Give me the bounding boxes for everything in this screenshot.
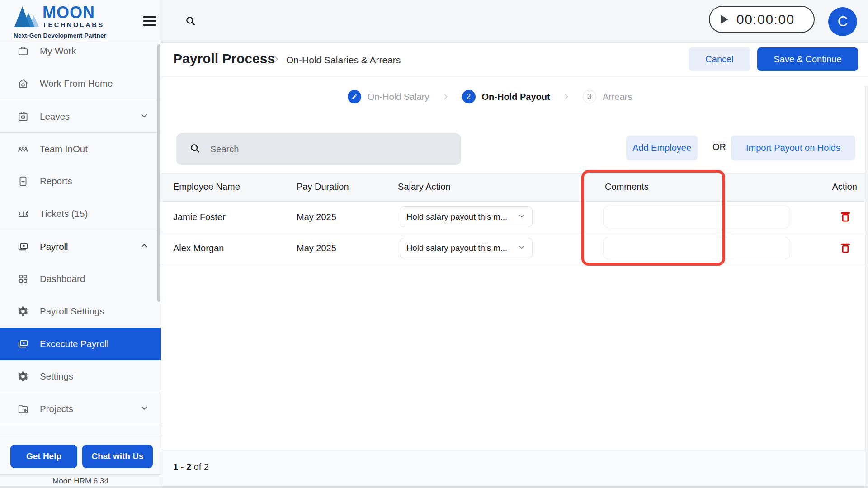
sidebar-item-label: Reports bbox=[40, 176, 72, 187]
sidebar-item-label: Payroll Settings bbox=[40, 306, 104, 317]
column-header-pay-duration: Pay Duration bbox=[297, 182, 349, 192]
sidebar-item-my-work[interactable]: My Work bbox=[0, 43, 161, 67]
sidebar-footer: Get Help Chat with Us Moon HRM 6.34 bbox=[0, 437, 161, 488]
step-label: On-Hold Salary bbox=[368, 92, 429, 102]
table-row: Jamie Foster May 2025 Hold salary payout… bbox=[161, 202, 868, 232]
page-scrollbar[interactable] bbox=[865, 86, 868, 488]
step-number: 2 bbox=[462, 90, 476, 103]
table-row: Alex Morgan May 2025 Hold salary payout … bbox=[161, 232, 868, 264]
step-arrears[interactable]: 3 Arrears bbox=[583, 90, 632, 103]
salary-action-value: Hold salary payout this m... bbox=[406, 212, 518, 222]
people-icon bbox=[17, 143, 29, 155]
chevron-right-icon bbox=[441, 92, 450, 101]
search-icon[interactable] bbox=[184, 15, 197, 29]
breadcrumb: On-Hold Salaries & Arrears bbox=[286, 55, 401, 66]
comment-input[interactable] bbox=[603, 237, 790, 259]
sidebar-item-label: Settings bbox=[40, 371, 73, 382]
calendar-icon bbox=[17, 111, 29, 122]
step-label: Arrears bbox=[603, 92, 632, 102]
chevron-down-icon bbox=[518, 243, 526, 253]
pagination-range-suffix: of 2 bbox=[191, 462, 209, 472]
pay-duration-cell: May 2025 bbox=[297, 211, 336, 222]
ticket-icon bbox=[17, 208, 29, 220]
avatar-initial: C bbox=[838, 14, 848, 30]
hamburger-menu-icon[interactable] bbox=[143, 16, 156, 27]
step-number: 3 bbox=[583, 90, 596, 103]
play-icon[interactable] bbox=[721, 15, 728, 24]
step-on-hold-salary[interactable]: On-Hold Salary bbox=[348, 90, 429, 103]
pay-duration-cell: May 2025 bbox=[297, 243, 336, 253]
sidebar-item-work-from-home[interactable]: Work From Home bbox=[0, 67, 161, 100]
sidebar-item-label: Excecute Payroll bbox=[40, 338, 109, 349]
chat-with-us-button[interactable]: Chat with Us bbox=[82, 445, 153, 468]
gear-icon bbox=[17, 305, 29, 317]
page-header: Payroll Process On-Hold Salaries & Arrea… bbox=[161, 43, 868, 77]
sidebar-item-payroll[interactable]: Payroll bbox=[0, 230, 161, 263]
sidebar-item-label: Leaves bbox=[40, 111, 70, 122]
employee-name-cell: Jamie Foster bbox=[173, 211, 226, 222]
chevron-down-icon bbox=[518, 212, 526, 222]
sidebar-nav: My Work Work From Home Leaves bbox=[0, 43, 161, 427]
step-label: On-Hold Payout bbox=[482, 92, 550, 102]
salary-action-select[interactable]: Hold salary payout this m... bbox=[400, 238, 533, 258]
delete-row-button[interactable] bbox=[839, 210, 852, 224]
folder-gear-icon bbox=[17, 403, 29, 415]
column-header-comments: Comments bbox=[605, 182, 649, 192]
sidebar-scrollbar[interactable] bbox=[157, 44, 160, 302]
delete-row-button[interactable] bbox=[839, 241, 852, 255]
chevron-right-icon bbox=[562, 92, 571, 101]
sidebar: MOON TECHNOLABS Next-Gen Development Par… bbox=[0, 0, 161, 488]
sidebar-item-tickets[interactable]: Tickets (15) bbox=[0, 197, 161, 230]
or-label: OR bbox=[706, 142, 733, 152]
dashboard-icon bbox=[17, 273, 29, 285]
save-continue-button[interactable]: Save & Continue bbox=[757, 47, 858, 71]
column-header-employee-name: Employee Name bbox=[173, 182, 240, 192]
sidebar-item-team-inout[interactable]: Team InOut bbox=[0, 132, 161, 165]
sidebar-item-dashboard[interactable]: Dashboard bbox=[0, 263, 161, 295]
add-employee-button[interactable]: Add Employee bbox=[626, 136, 698, 160]
search-input[interactable] bbox=[210, 144, 445, 155]
sidebar-item-label: Payroll bbox=[40, 241, 68, 252]
cancel-button[interactable]: Cancel bbox=[689, 47, 750, 71]
sidebar-item-leaves[interactable]: Leaves bbox=[0, 100, 161, 132]
table-header-row: Employee Name Pay Duration Salary Action… bbox=[161, 173, 868, 202]
table-search bbox=[176, 133, 461, 165]
sidebar-item-excecute-payroll[interactable]: Excecute Payroll bbox=[0, 328, 161, 360]
chevron-up-icon bbox=[139, 241, 149, 253]
column-header-salary-action: Salary Action bbox=[398, 182, 451, 192]
sidebar-item-settings[interactable]: Settings bbox=[0, 360, 161, 393]
brand-name: MOON bbox=[42, 4, 104, 21]
gear-icon bbox=[17, 371, 29, 382]
pagination-range: 1 - 2 of 2 bbox=[173, 462, 209, 472]
sidebar-item-label: Tickets (15) bbox=[40, 208, 88, 219]
timer-widget[interactable]: 00:00:00 bbox=[709, 6, 815, 33]
column-header-action: Action bbox=[832, 182, 857, 192]
moon-mountain-logo-icon bbox=[14, 4, 40, 30]
window-bottom-edge bbox=[0, 486, 868, 488]
sidebar-item-label: My Work bbox=[40, 46, 76, 56]
breadcrumb-chevron-icon bbox=[271, 54, 282, 66]
import-payout-button[interactable]: Import Payout on Holds bbox=[731, 136, 855, 160]
logo-block: MOON TECHNOLABS Next-Gen Development Par… bbox=[0, 0, 161, 42]
sidebar-item-label: Work From Home bbox=[40, 78, 113, 89]
pencil-icon bbox=[348, 90, 361, 103]
salary-action-select[interactable]: Hold salary payout this m... bbox=[400, 206, 533, 227]
table-footer: 1 - 2 of 2 bbox=[161, 450, 868, 488]
payments-icon bbox=[17, 338, 29, 350]
sidebar-item-payroll-settings[interactable]: Payroll Settings bbox=[0, 295, 161, 328]
sidebar-item-label: Dashboard bbox=[40, 273, 85, 284]
pagination-range-bold: 1 - 2 bbox=[173, 462, 191, 472]
sidebar-item-projects[interactable]: Projects bbox=[0, 393, 161, 425]
get-help-button[interactable]: Get Help bbox=[10, 445, 77, 468]
employee-name-cell: Alex Morgan bbox=[173, 243, 224, 253]
chevron-down-icon bbox=[139, 403, 149, 415]
main-content: Payroll Process On-Hold Salaries & Arrea… bbox=[161, 43, 868, 488]
salary-action-value: Hold salary payout this m... bbox=[406, 243, 518, 253]
brand-tagline: Next-Gen Development Partner bbox=[14, 32, 161, 39]
avatar[interactable]: C bbox=[828, 7, 857, 36]
sidebar-item-reports[interactable]: Reports bbox=[0, 165, 161, 197]
step-on-hold-payout[interactable]: 2 On-Hold Payout bbox=[462, 90, 550, 103]
sidebar-item-label: Team InOut bbox=[40, 144, 88, 155]
comment-input[interactable] bbox=[603, 206, 790, 228]
chevron-down-icon bbox=[139, 111, 149, 122]
